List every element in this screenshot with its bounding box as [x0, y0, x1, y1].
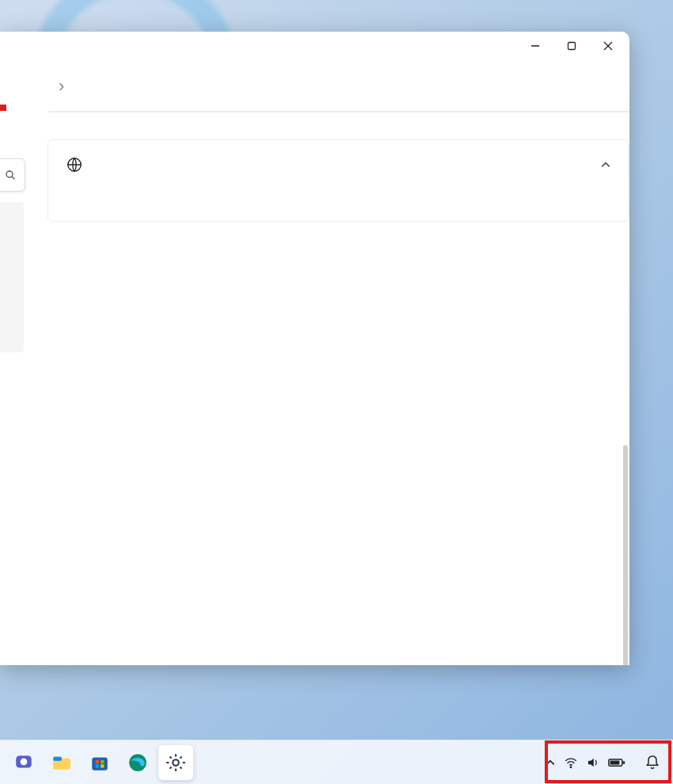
globe-icon: [66, 156, 83, 173]
taskbar-app-store[interactable]: [82, 745, 117, 780]
chevron-right-icon: ›: [59, 76, 64, 97]
system-tray[interactable]: [545, 755, 625, 770]
taskbar-app-explorer[interactable]: [44, 745, 79, 780]
chevron-up-icon: [600, 159, 611, 170]
svg-line-6: [12, 177, 14, 179]
taskbar: [0, 740, 673, 784]
taskbar-app-settings[interactable]: [158, 745, 193, 780]
nav-rail: [0, 202, 24, 352]
taskbar-app-chat[interactable]: [6, 745, 41, 780]
svg-rect-12: [96, 759, 99, 763]
minimize-button[interactable]: [517, 32, 553, 60]
svg-rect-14: [96, 764, 99, 767]
svg-point-8: [21, 758, 28, 765]
notifications-icon[interactable]: [644, 755, 660, 771]
nav-search-button[interactable]: [0, 158, 25, 192]
tray-chevron-up-icon[interactable]: [545, 757, 556, 768]
taskbar-right: [545, 755, 667, 771]
breadcrumb: ›: [48, 76, 582, 97]
svg-rect-15: [101, 764, 104, 767]
svg-rect-1: [568, 43, 576, 50]
battery-icon[interactable]: [608, 755, 625, 770]
taskbar-left: [6, 745, 545, 780]
svg-rect-11: [92, 757, 108, 770]
wifi-icon[interactable]: [564, 755, 578, 770]
content: [0, 105, 629, 665]
taskbar-app-edge[interactable]: [120, 745, 155, 780]
scroll-area[interactable]: [48, 111, 629, 665]
svg-point-17: [173, 759, 179, 766]
scrollbar[interactable]: [623, 445, 628, 665]
support-card: [48, 139, 629, 222]
support-head-row[interactable]: [48, 140, 629, 189]
svg-rect-20: [623, 761, 625, 763]
page-header: ›: [0, 60, 629, 105]
window-titlebar: [0, 32, 629, 60]
highlight-annotation: [0, 105, 6, 111]
svg-point-18: [570, 766, 572, 767]
support-link[interactable]: [48, 189, 629, 221]
maximize-button[interactable]: [553, 32, 590, 60]
settings-window: ›: [0, 32, 629, 665]
svg-rect-10: [53, 756, 62, 760]
svg-rect-21: [610, 760, 620, 764]
volume-icon[interactable]: [586, 755, 600, 770]
svg-rect-13: [101, 759, 104, 763]
svg-point-5: [6, 171, 13, 177]
close-button[interactable]: [590, 32, 626, 60]
taskbar-settings-list: [48, 111, 629, 112]
